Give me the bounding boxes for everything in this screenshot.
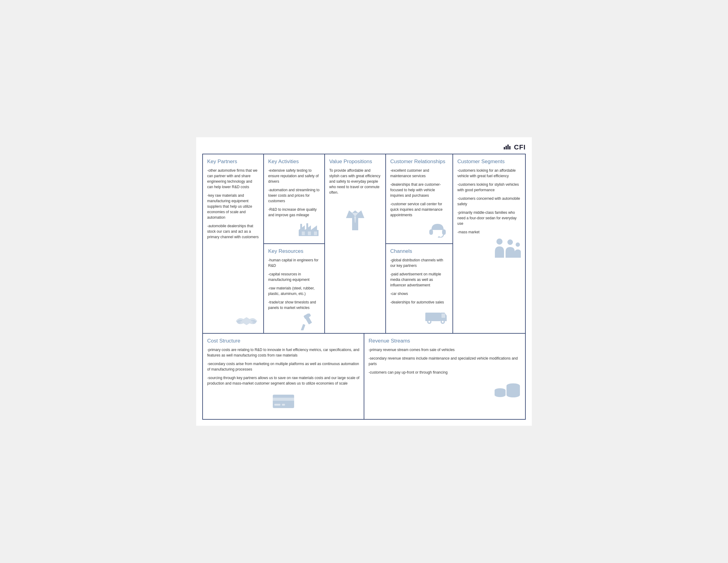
page-wrapper: CFI Key Partners -other automotive firms… xyxy=(196,137,532,426)
svg-rect-14 xyxy=(306,223,308,230)
key-activities-item-1: -extensive safety testing to ensure repu… xyxy=(268,168,320,184)
svg-rect-35 xyxy=(282,404,285,406)
handshake-icon xyxy=(233,310,260,330)
value-propositions-cell: Value Propositions To provide affordable… xyxy=(325,154,386,333)
coins-icon xyxy=(369,381,521,401)
svg-rect-11 xyxy=(308,232,311,235)
customer-segments-cell: Customer Segments -customers looking for… xyxy=(453,154,525,333)
revenue-streams-item-2: -secondary revenue streams include maint… xyxy=(369,355,521,366)
svg-point-28 xyxy=(442,321,444,323)
key-activities-title: Key Activities xyxy=(268,159,320,165)
logo-area: CFI xyxy=(202,143,526,151)
customer-relationships-cell: Customer Relationships -excellent custom… xyxy=(386,154,452,244)
channels-title: Channels xyxy=(390,248,448,255)
svg-rect-24 xyxy=(441,313,445,318)
cust-seg-item-1: -customers looking for an affordable veh… xyxy=(457,168,521,179)
revenue-streams-content: -primary revenue stream comes from sale … xyxy=(369,347,521,375)
channels-item-4: -dealerships for automotive sales xyxy=(390,299,448,305)
channels-item-3: -car shows xyxy=(390,291,448,296)
revenue-streams-title: Revenue Streams xyxy=(369,338,521,344)
cost-structure-item-1: -primary costs are relating to R&D to in… xyxy=(207,347,359,358)
logo-bars-icon xyxy=(504,144,510,150)
cust-seg-item-3: -customers concerned with automobile saf… xyxy=(457,196,521,207)
revenue-streams-item-3: -customers can pay up-front or through f… xyxy=(369,370,521,375)
cust-rel-item-3: -customer service call center for quick … xyxy=(390,201,448,218)
revenue-streams-item-1: -primary revenue stream comes from sale … xyxy=(369,347,521,352)
svg-rect-34 xyxy=(274,404,280,406)
svg-rect-12 xyxy=(314,232,317,235)
channels-cell: Channels -global distribution channels w… xyxy=(386,244,452,333)
cost-structure-item-3: -sourcing through key partners allows us… xyxy=(207,375,359,386)
svg-rect-13 xyxy=(300,224,302,230)
revenue-streams-cell: Revenue Streams -primary revenue stream … xyxy=(364,334,525,419)
key-partners-item-3: -automobile dealerships that stock our c… xyxy=(207,223,259,240)
key-resources-cell: Key Resources -human capital in engineer… xyxy=(264,244,324,333)
cost-structure-cell: Cost Structure -primary costs are relati… xyxy=(203,334,364,419)
svg-rect-10 xyxy=(302,232,305,235)
svg-rect-0 xyxy=(504,147,505,150)
channels-content: -global distribution channels with our k… xyxy=(390,258,448,305)
cust-rel-item-1: -excellent customer and maintenance serv… xyxy=(390,168,448,179)
key-partners-cell: Key Partners -other automotive firms tha… xyxy=(203,154,264,333)
cost-structure-title: Cost Structure xyxy=(207,338,359,344)
key-partners-title: Key Partners xyxy=(207,159,259,165)
svg-rect-17 xyxy=(301,324,305,330)
svg-point-31 xyxy=(516,243,520,247)
key-activities-item-2: -automation and streamlining to lower co… xyxy=(268,187,320,204)
bmc-grid: Key Partners -other automotive firms tha… xyxy=(202,154,526,420)
key-partners-content: -other automotive firms that we can part… xyxy=(207,168,259,240)
svg-rect-2 xyxy=(507,145,509,150)
customer-rel-wrapper: Customer Relationships -excellent custom… xyxy=(386,154,453,333)
key-partners-item-2: -key raw materials and manufacturing equ… xyxy=(207,193,259,220)
svg-point-21 xyxy=(438,237,440,238)
customer-segments-content: -customers looking for an affordable veh… xyxy=(457,168,521,235)
cust-seg-item-4: -primarily middle-class families who nee… xyxy=(457,210,521,226)
suit-icon xyxy=(329,208,381,232)
headset-icon xyxy=(390,221,448,238)
channels-item-2: -paid advertisement on multiple media ch… xyxy=(390,272,448,288)
key-activities-item-3: -R&D to increase drive quality and impro… xyxy=(268,207,320,218)
cust-seg-item-5: -mass market xyxy=(457,229,521,235)
cust-seg-item-2: -customers looking for stylish vehicles … xyxy=(457,182,521,193)
key-resources-item-3: -raw materials (steel, rubber, plastic, … xyxy=(268,285,320,296)
tools-icon xyxy=(268,313,320,330)
svg-point-46 xyxy=(506,392,520,397)
key-resources-item-4: -trade/car show timeslots and panels to … xyxy=(268,299,320,310)
svg-rect-3 xyxy=(509,146,510,150)
svg-point-53 xyxy=(495,393,506,397)
svg-rect-32 xyxy=(273,395,294,408)
top-section: Key Partners -other automotive firms tha… xyxy=(203,154,525,334)
customer-segments-title: Customer Segments xyxy=(457,159,521,165)
svg-point-30 xyxy=(507,240,513,245)
truck-icon xyxy=(390,308,448,325)
logo: CFI xyxy=(504,143,526,151)
svg-rect-19 xyxy=(429,229,433,235)
factory-icon xyxy=(268,221,320,238)
creditcard-icon xyxy=(207,392,359,410)
svg-point-29 xyxy=(496,239,503,245)
svg-rect-1 xyxy=(506,146,507,150)
family-icon xyxy=(457,238,521,259)
key-activities-content: -extensive safety testing to ensure repu… xyxy=(268,168,320,218)
cust-rel-item-2: -dealerships that are customer-focused t… xyxy=(390,182,448,198)
key-partners-item-1: -other automotive firms that we can part… xyxy=(207,168,259,190)
svg-point-26 xyxy=(428,321,430,323)
svg-rect-33 xyxy=(273,398,294,401)
customer-relationships-content: -excellent customer and maintenance serv… xyxy=(390,168,448,218)
channels-item-1: -global distribution channels with our k… xyxy=(390,258,448,269)
svg-marker-9 xyxy=(311,226,317,230)
svg-rect-22 xyxy=(425,312,441,321)
value-propositions-content: To provide affordable and stylish cars w… xyxy=(329,168,381,195)
key-resources-title: Key Resources xyxy=(268,248,320,255)
value-propositions-text: To provide affordable and stylish cars w… xyxy=(329,168,381,195)
cost-structure-content: -primary costs are relating to R&D to in… xyxy=(207,347,359,386)
bottom-section: Cost Structure -primary costs are relati… xyxy=(203,334,525,419)
key-resources-content: -human capital in engineers for R&D -cap… xyxy=(268,258,320,310)
customer-relationships-title: Customer Relationships xyxy=(390,159,448,165)
key-resources-item-2: -capital resources in manufacturing equi… xyxy=(268,272,320,282)
key-activities-cell: Key Activities -extensive safety testing… xyxy=(264,154,324,244)
key-resources-item-1: -human capital in engineers for R&D xyxy=(268,258,320,269)
key-activities-wrapper: Key Activities -extensive safety testing… xyxy=(264,154,325,333)
value-propositions-title: Value Propositions xyxy=(329,159,381,165)
cost-structure-item-2: -secondary costs arise from marketing on… xyxy=(207,361,359,372)
